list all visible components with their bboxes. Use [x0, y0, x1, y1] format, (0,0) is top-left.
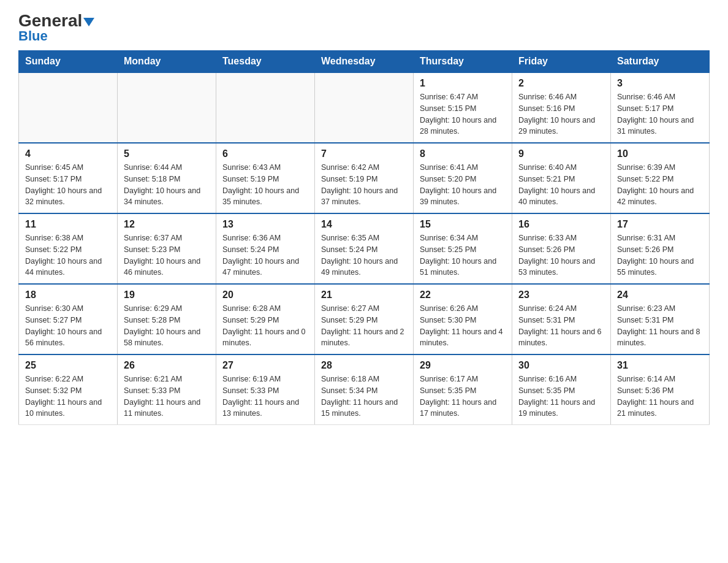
calendar-header-row: SundayMondayTuesdayWednesdayThursdayFrid…	[19, 51, 710, 73]
weekday-header-friday: Friday	[512, 51, 611, 73]
calendar-cell: 21Sunrise: 6:27 AM Sunset: 5:29 PM Dayli…	[315, 284, 414, 354]
day-info: Sunrise: 6:29 AM Sunset: 5:28 PM Dayligh…	[124, 303, 210, 349]
day-number: 2	[518, 78, 604, 89]
day-info: Sunrise: 6:24 AM Sunset: 5:31 PM Dayligh…	[518, 303, 604, 349]
calendar-cell: 8Sunrise: 6:41 AM Sunset: 5:20 PM Daylig…	[414, 143, 512, 213]
calendar-cell: 6Sunrise: 6:43 AM Sunset: 5:19 PM Daylig…	[216, 143, 315, 213]
day-info: Sunrise: 6:43 AM Sunset: 5:19 PM Dayligh…	[222, 162, 308, 208]
day-number: 9	[518, 148, 604, 159]
day-info: Sunrise: 6:38 AM Sunset: 5:22 PM Dayligh…	[25, 232, 111, 278]
day-number: 20	[222, 289, 308, 301]
day-number: 18	[25, 289, 111, 301]
day-info: Sunrise: 6:39 AM Sunset: 5:22 PM Dayligh…	[617, 162, 703, 208]
day-info: Sunrise: 6:47 AM Sunset: 5:15 PM Dayligh…	[420, 91, 506, 137]
calendar-cell: 11Sunrise: 6:38 AM Sunset: 5:22 PM Dayli…	[19, 213, 118, 284]
calendar-cell: 23Sunrise: 6:24 AM Sunset: 5:31 PM Dayli…	[512, 284, 611, 354]
calendar-cell: 27Sunrise: 6:19 AM Sunset: 5:33 PM Dayli…	[216, 354, 315, 425]
day-info: Sunrise: 6:46 AM Sunset: 5:16 PM Dayligh…	[518, 91, 604, 137]
day-info: Sunrise: 6:27 AM Sunset: 5:29 PM Dayligh…	[321, 303, 407, 349]
calendar-cell: 24Sunrise: 6:23 AM Sunset: 5:31 PM Dayli…	[611, 284, 710, 354]
calendar-cell: 3Sunrise: 6:46 AM Sunset: 5:17 PM Daylig…	[611, 72, 710, 143]
day-number: 16	[518, 219, 604, 230]
calendar-week-row: 18Sunrise: 6:30 AM Sunset: 5:27 PM Dayli…	[19, 284, 710, 354]
day-info: Sunrise: 6:37 AM Sunset: 5:23 PM Dayligh…	[124, 232, 210, 278]
day-number: 4	[25, 148, 111, 159]
calendar-cell: 14Sunrise: 6:35 AM Sunset: 5:24 PM Dayli…	[315, 213, 414, 284]
day-number: 24	[617, 289, 703, 301]
day-number: 8	[420, 148, 506, 159]
day-number: 21	[321, 289, 407, 301]
day-number: 19	[124, 289, 210, 301]
calendar-cell: 18Sunrise: 6:30 AM Sunset: 5:27 PM Dayli…	[19, 284, 118, 354]
day-number: 3	[617, 78, 703, 89]
calendar-cell: 30Sunrise: 6:16 AM Sunset: 5:35 PM Dayli…	[512, 354, 611, 425]
day-number: 11	[25, 219, 111, 230]
day-number: 27	[222, 360, 308, 371]
calendar-cell: 17Sunrise: 6:31 AM Sunset: 5:26 PM Dayli…	[611, 213, 710, 284]
calendar-week-row: 11Sunrise: 6:38 AM Sunset: 5:22 PM Dayli…	[19, 213, 710, 284]
day-info: Sunrise: 6:31 AM Sunset: 5:26 PM Dayligh…	[617, 232, 703, 278]
calendar-cell: 7Sunrise: 6:42 AM Sunset: 5:19 PM Daylig…	[315, 143, 414, 213]
calendar-table: SundayMondayTuesdayWednesdayThursdayFrid…	[18, 50, 710, 425]
day-number: 13	[222, 219, 308, 230]
calendar-cell: 20Sunrise: 6:28 AM Sunset: 5:29 PM Dayli…	[216, 284, 315, 354]
calendar-cell: 4Sunrise: 6:45 AM Sunset: 5:17 PM Daylig…	[19, 143, 118, 213]
weekday-header-sunday: Sunday	[19, 51, 118, 73]
calendar-week-row: 4Sunrise: 6:45 AM Sunset: 5:17 PM Daylig…	[19, 143, 710, 213]
calendar-week-row: 1Sunrise: 6:47 AM Sunset: 5:15 PM Daylig…	[19, 72, 710, 143]
calendar-cell: 26Sunrise: 6:21 AM Sunset: 5:33 PM Dayli…	[118, 354, 216, 425]
calendar-cell: 28Sunrise: 6:18 AM Sunset: 5:34 PM Dayli…	[315, 354, 414, 425]
weekday-header-thursday: Thursday	[414, 51, 512, 73]
day-number: 29	[420, 360, 506, 371]
day-info: Sunrise: 6:35 AM Sunset: 5:24 PM Dayligh…	[321, 232, 407, 278]
day-info: Sunrise: 6:34 AM Sunset: 5:25 PM Dayligh…	[420, 232, 506, 278]
day-info: Sunrise: 6:42 AM Sunset: 5:19 PM Dayligh…	[321, 162, 407, 208]
calendar-cell: 1Sunrise: 6:47 AM Sunset: 5:15 PM Daylig…	[414, 72, 512, 143]
day-info: Sunrise: 6:33 AM Sunset: 5:26 PM Dayligh…	[518, 232, 604, 278]
day-number: 31	[617, 360, 703, 371]
weekday-header-tuesday: Tuesday	[216, 51, 315, 73]
day-info: Sunrise: 6:30 AM Sunset: 5:27 PM Dayligh…	[25, 303, 111, 349]
calendar-cell	[315, 72, 414, 143]
logo: General Blue	[18, 12, 94, 44]
day-info: Sunrise: 6:45 AM Sunset: 5:17 PM Dayligh…	[25, 162, 111, 208]
calendar-cell: 9Sunrise: 6:40 AM Sunset: 5:21 PM Daylig…	[512, 143, 611, 213]
calendar-week-row: 25Sunrise: 6:22 AM Sunset: 5:32 PM Dayli…	[19, 354, 710, 425]
logo-blue-text: Blue	[18, 28, 48, 44]
day-info: Sunrise: 6:26 AM Sunset: 5:30 PM Dayligh…	[420, 303, 506, 349]
day-info: Sunrise: 6:44 AM Sunset: 5:18 PM Dayligh…	[124, 162, 210, 208]
day-info: Sunrise: 6:36 AM Sunset: 5:24 PM Dayligh…	[222, 232, 308, 278]
day-number: 25	[25, 360, 111, 371]
day-number: 5	[124, 148, 210, 159]
day-number: 14	[321, 219, 407, 230]
calendar-cell	[118, 72, 216, 143]
day-number: 26	[124, 360, 210, 371]
day-info: Sunrise: 6:16 AM Sunset: 5:35 PM Dayligh…	[518, 373, 604, 419]
day-info: Sunrise: 6:46 AM Sunset: 5:17 PM Dayligh…	[617, 91, 703, 137]
calendar-cell: 10Sunrise: 6:39 AM Sunset: 5:22 PM Dayli…	[611, 143, 710, 213]
day-number: 15	[420, 219, 506, 230]
day-info: Sunrise: 6:18 AM Sunset: 5:34 PM Dayligh…	[321, 373, 407, 419]
page-header: General Blue	[18, 12, 710, 44]
day-number: 7	[321, 148, 407, 159]
day-number: 28	[321, 360, 407, 371]
calendar-cell: 12Sunrise: 6:37 AM Sunset: 5:23 PM Dayli…	[118, 213, 216, 284]
logo-triangle-icon	[83, 18, 94, 26]
calendar-cell: 15Sunrise: 6:34 AM Sunset: 5:25 PM Dayli…	[414, 213, 512, 284]
calendar-cell: 2Sunrise: 6:46 AM Sunset: 5:16 PM Daylig…	[512, 72, 611, 143]
logo-general-text: General	[18, 12, 94, 29]
calendar-cell: 5Sunrise: 6:44 AM Sunset: 5:18 PM Daylig…	[118, 143, 216, 213]
day-number: 30	[518, 360, 604, 371]
calendar-cell: 13Sunrise: 6:36 AM Sunset: 5:24 PM Dayli…	[216, 213, 315, 284]
day-number: 10	[617, 148, 703, 159]
day-number: 23	[518, 289, 604, 301]
weekday-header-saturday: Saturday	[611, 51, 710, 73]
calendar-cell: 16Sunrise: 6:33 AM Sunset: 5:26 PM Dayli…	[512, 213, 611, 284]
calendar-cell	[19, 72, 118, 143]
weekday-header-monday: Monday	[118, 51, 216, 73]
day-info: Sunrise: 6:28 AM Sunset: 5:29 PM Dayligh…	[222, 303, 308, 349]
day-info: Sunrise: 6:21 AM Sunset: 5:33 PM Dayligh…	[124, 373, 210, 419]
calendar-cell: 31Sunrise: 6:14 AM Sunset: 5:36 PM Dayli…	[611, 354, 710, 425]
day-number: 22	[420, 289, 506, 301]
calendar-cell: 25Sunrise: 6:22 AM Sunset: 5:32 PM Dayli…	[19, 354, 118, 425]
